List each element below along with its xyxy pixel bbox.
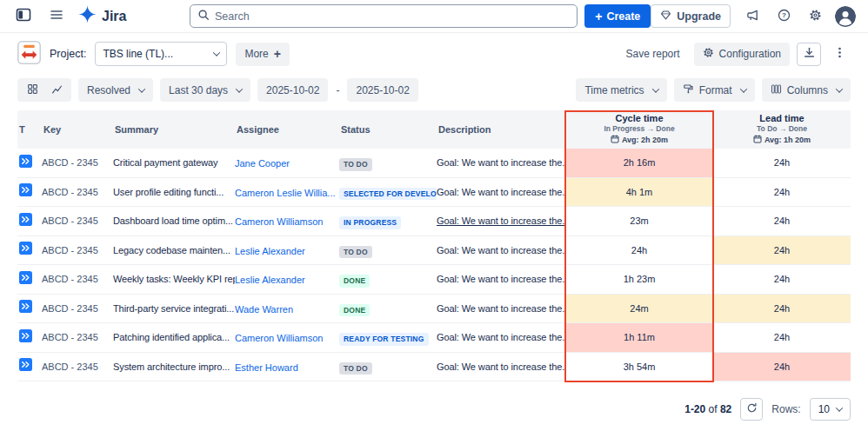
col-header-status: Status	[339, 124, 437, 135]
create-button[interactable]: + Create	[584, 4, 651, 28]
table-row[interactable]: ABCD - 2345 Weekly tasks: Weekly KPI rep…	[17, 265, 851, 295]
period-filter-label: Last 30 days	[169, 84, 228, 96]
cycle-time-title: Cycle time	[565, 113, 713, 125]
row-assignee[interactable]: Cameron Williamson	[235, 333, 323, 343]
project-select[interactable]: TBS line (TL)...	[95, 42, 227, 66]
row-assignee[interactable]: Cameron Leslie Willia...	[235, 188, 336, 198]
table-row[interactable]: ABCD - 2345 Critical payment gateway Jan…	[17, 149, 851, 178]
refresh-button[interactable]	[740, 398, 763, 421]
table-row[interactable]: ABCD - 2345 Dashboard load time optim...…	[17, 207, 851, 236]
rows-per-page-value: 10	[818, 403, 830, 415]
help-icon: ?	[778, 9, 791, 24]
project-bar-actions: Save report Configuration	[619, 43, 851, 66]
lead-time-average-value: Avg: 1h 20m	[765, 136, 811, 145]
issue-type-icon	[19, 271, 32, 288]
chevron-down-icon	[213, 49, 220, 56]
jira-logo[interactable]: Jira	[78, 5, 126, 27]
row-assignee[interactable]: Leslie Alexander	[235, 246, 305, 256]
global-search[interactable]	[190, 4, 578, 28]
topbar-icons: ?	[741, 5, 856, 28]
status-badge: TO DO	[339, 246, 372, 259]
megaphone-icon	[746, 9, 759, 24]
lead-time-average: Avg: 1h 20m	[713, 135, 851, 146]
type-cell	[17, 155, 42, 171]
lead-cell: 24h	[713, 207, 851, 235]
rows-per-page-select[interactable]: 10	[810, 398, 851, 421]
search-input[interactable]	[215, 10, 570, 23]
gear-icon	[809, 9, 822, 24]
lead-cell: 24h	[713, 323, 851, 352]
row-assignee[interactable]: Leslie Alexander	[235, 275, 305, 285]
row-key: ABCD - 2345	[42, 303, 113, 314]
grid-view-button[interactable]	[24, 82, 40, 99]
calendar-icon	[611, 135, 619, 146]
app-project-icon	[17, 41, 41, 68]
row-key: ABCD - 2345	[42, 332, 113, 342]
vertical-ellipsis-icon	[833, 46, 846, 62]
user-avatar[interactable]	[835, 6, 856, 27]
row-assignee[interactable]: Wade Warren	[235, 304, 293, 315]
project-select-value: TBS line (TL)...	[103, 48, 173, 60]
table-header: T Key Summary Assignee Status Descriptio…	[17, 110, 851, 149]
date-to-field[interactable]: 2025-10-02	[347, 78, 417, 102]
table-row[interactable]: ABCD - 2345 User profile editing functi.…	[17, 178, 851, 208]
more-button[interactable]: More +	[236, 43, 290, 66]
configuration-button[interactable]: Configuration	[694, 43, 790, 66]
save-report-button[interactable]: Save report	[619, 43, 687, 66]
cycle-cell: 24m	[565, 295, 713, 323]
date-from-field[interactable]: 2025-10-02	[257, 78, 328, 102]
format-dropdown[interactable]: Format	[674, 78, 755, 102]
lead-cell: 24h	[713, 178, 851, 207]
lead-cell: 24h	[713, 295, 851, 323]
grid-view-icon	[27, 83, 38, 97]
columns-dropdown[interactable]: Columns	[762, 78, 851, 102]
status-badge: DONE	[339, 304, 370, 317]
row-summary: System architecture impro...	[113, 361, 235, 372]
pagination-summary: 1-20 of 82	[684, 403, 731, 415]
save-report-label: Save report	[626, 48, 680, 60]
status-badge: TO DO	[339, 362, 372, 375]
row-description: Goal: We want to increase the...	[437, 157, 565, 168]
assignee-cell: Cameron Leslie Willia...	[235, 184, 339, 200]
row-assignee[interactable]: Jane Cooper	[235, 158, 290, 169]
help-button[interactable]: ?	[772, 5, 795, 28]
hamburger-menu-button[interactable]	[45, 5, 68, 28]
row-summary: Legacy codebase mainten...	[113, 245, 235, 255]
table-row[interactable]: ABCD - 2345 Patching identified applica.…	[17, 323, 851, 353]
status-filter-dropdown[interactable]: Resolved	[78, 78, 153, 102]
row-assignee[interactable]: Esther Howard	[235, 362, 298, 373]
line-chart-icon	[51, 83, 63, 97]
topbar-right: + Create Upgrade ?	[584, 4, 856, 28]
assignee-cell: Jane Cooper	[235, 155, 339, 170]
pagination-of-label: of	[709, 403, 718, 415]
cycle-cell: 4h 1m	[565, 178, 713, 207]
sidebar-toggle-button[interactable]	[12, 5, 35, 28]
row-key: ABCD - 2345	[42, 157, 113, 168]
time-metrics-dropdown[interactable]: Time metrics	[576, 78, 666, 102]
assignee-cell: Cameron Williamson	[235, 329, 339, 345]
lead-time-subtitle: To Do → Done	[713, 124, 851, 134]
chevron-down-icon	[836, 85, 843, 92]
row-summary: Patching identified applica...	[113, 332, 235, 342]
status-cell: TO DO	[339, 359, 437, 375]
status-cell: DONE	[339, 301, 437, 317]
chart-view-button[interactable]	[49, 82, 64, 99]
status-cell: SELECTED FOR DEVELOP...	[339, 184, 437, 201]
table-row[interactable]: ABCD - 2345 Third-party service integrat…	[17, 295, 851, 324]
status-badge: TO DO	[339, 158, 372, 171]
export-button[interactable]	[797, 43, 821, 66]
table-row[interactable]: ABCD - 2345 Legacy codebase mainten... L…	[17, 236, 851, 266]
period-filter-dropdown[interactable]: Last 30 days	[160, 78, 250, 102]
chevron-down-icon	[236, 85, 243, 92]
cycle-cell: 2h 16m	[565, 149, 713, 177]
columns-icon	[771, 83, 782, 97]
status-badge: DONE	[339, 275, 370, 288]
app-root: Jira + Create Upgrade	[0, 0, 868, 421]
upgrade-button[interactable]: Upgrade	[651, 4, 731, 28]
plus-icon: +	[274, 48, 281, 60]
row-assignee[interactable]: Cameron Williamson	[235, 216, 323, 227]
announcements-button[interactable]	[741, 5, 764, 28]
settings-button[interactable]	[804, 5, 826, 28]
table-row[interactable]: ABCD - 2345 System architecture impro...…	[17, 353, 851, 382]
more-options-button[interactable]	[828, 43, 851, 65]
